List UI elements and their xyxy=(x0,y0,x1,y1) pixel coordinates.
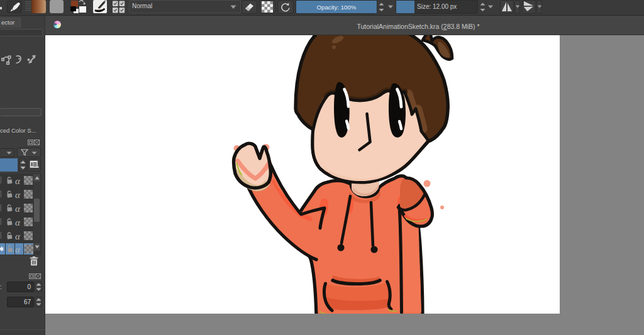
svg-text:α: α xyxy=(15,204,21,214)
svg-text:α: α xyxy=(15,244,21,255)
svg-text:α: α xyxy=(15,217,21,228)
svg-text:α: α xyxy=(15,231,21,241)
svg-text:α: α xyxy=(15,190,21,200)
svg-text:α: α xyxy=(15,176,21,186)
